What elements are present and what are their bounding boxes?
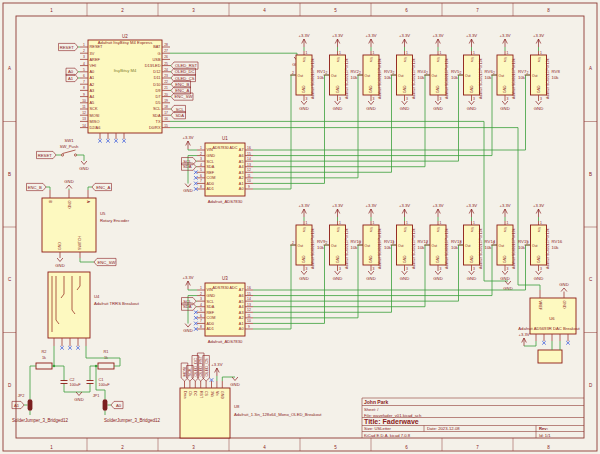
push-switch-contact[interactable] [74,154,76,156]
pin-name: A7 [239,148,244,152]
ground-symbol[interactable] [66,185,72,189]
pin-number: 3 [540,267,542,271]
slider-part-text: Adafruit SC60215 Pot 10k [445,58,449,99]
pin-number: 25 [164,62,168,66]
grid-ref-col: 1 [50,8,53,13]
ground-label: GND [400,106,409,111]
pin-name: RST [199,391,203,399]
trrs-body[interactable] [48,272,90,338]
ground-symbol[interactable] [505,281,511,285]
ground-symbol[interactable] [232,377,238,381]
ground-symbol[interactable] [502,101,508,105]
solder-jumper-jp1[interactable] [103,399,108,411]
encoder-ref: U5 [100,211,106,216]
pin-number: 2 [83,49,85,53]
resistor-r1[interactable] [98,363,114,369]
pin-number: 1 [373,221,375,225]
net-label-text: OLED_CS [204,358,209,377]
ground-symbol[interactable] [76,392,82,396]
pin-number: 1 [306,51,308,55]
ground-symbol[interactable] [335,101,341,105]
net-label-text: OLED_CS [175,76,195,81]
ground-label: GND [433,276,442,281]
trrs-value: Adafruit TRRS Breakout [94,301,140,306]
pin-name: Out [432,244,438,248]
grid-ref-col: 1 [50,445,53,450]
ground-label: GND [230,382,239,387]
pin-name: Out [298,244,304,248]
ground-symbol[interactable] [301,271,307,275]
grid-ref-col: 7 [476,445,479,450]
push-switch-lever[interactable] [63,150,76,154]
pin-number: 15 [164,124,168,128]
ground-symbol[interactable] [536,271,542,275]
pin-number: 3 [440,267,442,271]
net-label-text: ENC_SW [98,260,116,265]
ground-symbol[interactable] [335,271,341,275]
pin-number: 1 [339,221,341,225]
no-connect-marker [60,346,64,350]
slider-ref: RV6 [485,69,494,74]
ground-symbol[interactable] [368,101,374,105]
pin-number: 1 [540,221,542,225]
pin-name: VIN [207,148,214,152]
ground-label: GND [299,106,308,111]
ground-symbol[interactable] [185,324,191,328]
pin-number: 11 [247,314,251,318]
ground-symbol[interactable] [185,184,191,188]
ground-label: GND [400,276,409,281]
pin-number: 2 [393,71,395,75]
ground-symbol[interactable] [502,271,508,275]
ground-symbol[interactable] [435,271,441,275]
pin-name: VIN [207,288,214,292]
c2-value: 100uF [70,382,82,387]
ground-symbol[interactable] [435,101,441,105]
net-label-text: SDA [183,164,192,169]
pin-name: A6 [239,154,244,158]
slider-part-text: Adafruit SC60215 Pot 10k [445,228,449,269]
mcu-subtitle: ItsyBitsy M4 [114,68,137,73]
title-block: John Park Sheet: / File: wavefader_v01.k… [362,398,584,438]
pin-name: D12 [153,69,160,74]
ground-label: GND [467,276,476,281]
pin-number: 23 [164,74,168,78]
pin-name: Vin [537,57,541,62]
pin-number: 1 [373,51,375,55]
pin-number: 6 [200,174,202,178]
push-switch-contact[interactable] [61,154,63,156]
pin-number: 1 [440,51,442,55]
pin-number: 1 [339,51,341,55]
pin-number: 11 [247,174,251,178]
slider-ref: RV16 [552,239,563,244]
grid-ref-col: 8 [547,445,550,450]
ground-symbol[interactable] [469,101,475,105]
schematic-canvas[interactable]: John Park Sheet: / File: wavefader_v01.k… [0,0,600,454]
pin-number: 2 [493,241,495,245]
resistor-r2[interactable] [36,363,52,369]
ground-symbol[interactable] [402,271,408,275]
pin-name: Out [398,74,404,78]
pin-number: 7 [200,319,202,323]
grid-ref-col: 2 [121,445,124,450]
pin-number: 2 [292,241,294,245]
ground-symbol[interactable] [368,271,374,275]
net-label-text: ENC_B [175,82,189,87]
net-label-text: ENC_SW [175,94,193,99]
ground-symbol[interactable] [81,161,87,165]
power-3v3-label: +3.3V [182,275,193,280]
pin-name: Out [465,74,471,78]
ground-symbol[interactable] [561,288,567,292]
jp2-ref: JP2 [18,393,25,398]
solder-jumper-jp2[interactable] [28,399,33,411]
pin-number: 3 [373,97,375,101]
ground-symbol[interactable] [469,271,475,275]
ground-symbol[interactable] [57,258,63,262]
ground-symbol[interactable] [301,101,307,105]
ground-symbol[interactable] [402,101,408,105]
audio-connector-body[interactable] [538,350,562,363]
pin-number: 3 [540,97,542,101]
pin-number: 4 [200,303,202,307]
power-3v3-label: +3.3V [182,135,193,140]
grid-ref-row: B [589,172,592,177]
ground-symbol[interactable] [536,101,542,105]
